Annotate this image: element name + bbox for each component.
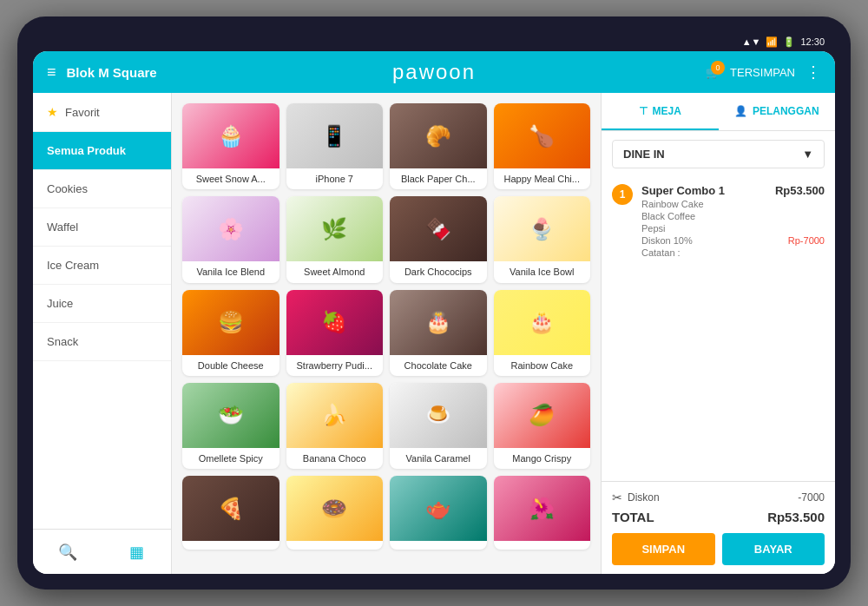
more-options-icon[interactable]: ⋮ bbox=[806, 63, 821, 82]
sidebar-bottom: 🔍 ▦ bbox=[33, 529, 171, 574]
tab-meja[interactable]: ⊤ MEJA bbox=[602, 93, 719, 130]
diskon-amount: -7000 bbox=[798, 491, 825, 504]
product-card-20[interactable]: 🌺 bbox=[494, 476, 591, 550]
product-card-1[interactable]: 🧁Sweet Snow A... bbox=[182, 103, 279, 189]
product-name-15: Vanila Caramel bbox=[390, 448, 487, 469]
product-image-17: 🍕 bbox=[182, 476, 279, 541]
product-image-16: 🥭 bbox=[494, 383, 591, 448]
product-name-8: Vanila Ice Bowl bbox=[494, 261, 591, 282]
product-name-9: Double Cheese bbox=[182, 355, 279, 376]
product-image-15: 🍮 bbox=[390, 383, 487, 448]
sidebar-item-ice-cream[interactable]: Ice Cream bbox=[33, 247, 171, 285]
product-name-18 bbox=[286, 541, 384, 550]
product-grid: 🧁Sweet Snow A...📱iPhone 7🥐Black Paper Ch… bbox=[182, 103, 590, 550]
product-image-4: 🍗 bbox=[494, 103, 591, 168]
product-card-18[interactable]: 🍩 bbox=[286, 476, 384, 550]
product-image-14: 🍌 bbox=[286, 383, 384, 448]
simpan-button[interactable]: SIMPAN bbox=[612, 533, 715, 565]
wifi-icon: ▲▼ bbox=[742, 36, 761, 47]
product-card-8[interactable]: 🍨Vanila Ice Bowl bbox=[494, 196, 591, 282]
tablet-frame: ▲▼ 📶 🔋 12:30 ≡ Blok M Square pawoon 🛒 0 … bbox=[17, 16, 851, 590]
sidebar-item-semua-produk[interactable]: Semua Produk bbox=[33, 132, 171, 170]
tersimpan-label[interactable]: TERSIMPAN bbox=[730, 66, 795, 79]
product-image-13: 🥗 bbox=[182, 383, 279, 448]
product-card-6[interactable]: 🌿Sweet Almond bbox=[286, 196, 384, 282]
tab-pelanggan[interactable]: 👤 PELANGGAN bbox=[719, 93, 836, 130]
order-item-1: 1 Super Combo 1 Rp53.500 Rainbow Cake Bl… bbox=[612, 184, 825, 258]
total-row: TOTAL Rp53.500 bbox=[612, 510, 825, 524]
top-bar-right: 🛒 0 TERSIMPAN ⋮ bbox=[682, 63, 821, 82]
sidebar-item-snack[interactable]: Snack bbox=[33, 323, 171, 361]
diskon-row: ✂ Diskon -7000 bbox=[612, 491, 825, 504]
barcode-button[interactable]: ▦ bbox=[102, 530, 172, 574]
product-card-4[interactable]: 🍗Happy Meal Chi... bbox=[494, 103, 591, 189]
status-bar: ▲▼ 📶 🔋 12:30 bbox=[33, 32, 835, 51]
product-image-10: 🍓 bbox=[286, 290, 384, 355]
product-name-14: Banana Choco bbox=[286, 448, 384, 469]
product-card-19[interactable]: 🫖 bbox=[390, 476, 487, 550]
product-name-19 bbox=[390, 541, 487, 550]
product-card-3[interactable]: 🥐Black Paper Ch... bbox=[390, 103, 487, 189]
product-card-5[interactable]: 🌸Vanila Ice Blend bbox=[182, 196, 279, 282]
item-sub-coffee: Black Coffee bbox=[641, 211, 825, 221]
order-items: 1 Super Combo 1 Rp53.500 Rainbow Cake Bl… bbox=[602, 177, 835, 481]
item-name: Super Combo 1 bbox=[641, 184, 725, 197]
favorit-label: Favorit bbox=[65, 106, 100, 119]
chevron-down-icon: ▼ bbox=[802, 148, 813, 161]
bayar-button[interactable]: BAYAR bbox=[722, 533, 825, 565]
product-name-13: Omellete Spicy bbox=[182, 448, 279, 469]
sidebar-item-juice[interactable]: Juice bbox=[33, 285, 171, 323]
product-card-12[interactable]: 🎂Rainbow Cake bbox=[494, 290, 591, 376]
product-card-9[interactable]: 🍔Double Cheese bbox=[182, 290, 279, 376]
waffel-label: Waffel bbox=[47, 221, 78, 234]
sidebar-item-waffel[interactable]: Waffel bbox=[33, 208, 171, 247]
action-buttons: SIMPAN BAYAR bbox=[612, 533, 825, 565]
barcode-icon: ▦ bbox=[129, 543, 144, 562]
cart-badge: 0 bbox=[711, 61, 725, 75]
product-name-17 bbox=[182, 541, 279, 550]
battery-icon: 🔋 bbox=[783, 36, 795, 48]
ice-cream-label: Ice Cream bbox=[47, 259, 99, 272]
product-name-12: Rainbow Cake bbox=[494, 355, 591, 376]
juice-label: Juice bbox=[47, 297, 73, 310]
product-name-3: Black Paper Ch... bbox=[390, 168, 487, 189]
product-card-10[interactable]: 🍓Strawberry Pudi... bbox=[286, 290, 384, 376]
sidebar-item-cookies[interactable]: Cookies bbox=[33, 170, 171, 208]
pelanggan-icon: 👤 bbox=[734, 105, 747, 117]
meja-label: MEJA bbox=[653, 105, 681, 117]
saved-button[interactable]: 🛒 0 bbox=[706, 66, 720, 79]
product-name-1: Sweet Snow A... bbox=[182, 168, 279, 189]
product-card-2[interactable]: 📱iPhone 7 bbox=[286, 103, 384, 189]
screen: ≡ Blok M Square pawoon 🛒 0 TERSIMPAN ⋮ ★ bbox=[33, 51, 835, 574]
product-card-16[interactable]: 🥭Mango Crispy bbox=[494, 383, 591, 469]
pelanggan-label: PELANGGAN bbox=[753, 105, 819, 117]
dine-in-label: DINE IN bbox=[623, 148, 665, 161]
product-image-1: 🧁 bbox=[182, 103, 279, 168]
product-name-7: Dark Chococips bbox=[390, 261, 487, 282]
product-card-17[interactable]: 🍕 bbox=[182, 476, 279, 550]
item-sub-pepsi: Pepsi bbox=[641, 223, 825, 234]
item-sub-rainbow: Rainbow Cake bbox=[641, 199, 825, 209]
top-bar: ≡ Blok M Square pawoon 🛒 0 TERSIMPAN ⋮ bbox=[33, 51, 835, 93]
product-card-13[interactable]: 🥗Omellete Spicy bbox=[182, 383, 279, 469]
hamburger-menu-icon[interactable]: ≡ bbox=[47, 63, 56, 82]
cookies-label: Cookies bbox=[47, 182, 88, 195]
product-image-2: 📱 bbox=[286, 103, 384, 168]
discount-label: Diskon 10% bbox=[641, 235, 693, 246]
product-card-11[interactable]: 🎂Chocolate Cake bbox=[390, 290, 487, 376]
search-button[interactable]: 🔍 bbox=[33, 530, 102, 574]
item-quantity-badge: 1 bbox=[612, 184, 633, 205]
product-card-15[interactable]: 🍮Vanila Caramel bbox=[390, 383, 487, 469]
search-icon: 🔍 bbox=[58, 543, 77, 562]
product-card-7[interactable]: 🍫Dark Chococips bbox=[390, 196, 487, 282]
signal-bars: 📶 bbox=[766, 36, 778, 48]
sidebar-item-favorit[interactable]: ★ Favorit bbox=[33, 93, 171, 132]
order-footer: ✂ Diskon -7000 TOTAL Rp53.500 SIMPAN BAY… bbox=[602, 481, 835, 574]
total-label: TOTAL bbox=[612, 510, 654, 524]
dine-in-select[interactable]: DINE IN ▼ bbox=[612, 140, 825, 168]
product-image-3: 🥐 bbox=[390, 103, 487, 168]
product-card-14[interactable]: 🍌Banana Choco bbox=[286, 383, 384, 469]
item-price: Rp53.500 bbox=[775, 184, 825, 197]
product-image-20: 🌺 bbox=[494, 476, 591, 541]
order-tabs: ⊤ MEJA 👤 PELANGGAN bbox=[602, 93, 835, 131]
